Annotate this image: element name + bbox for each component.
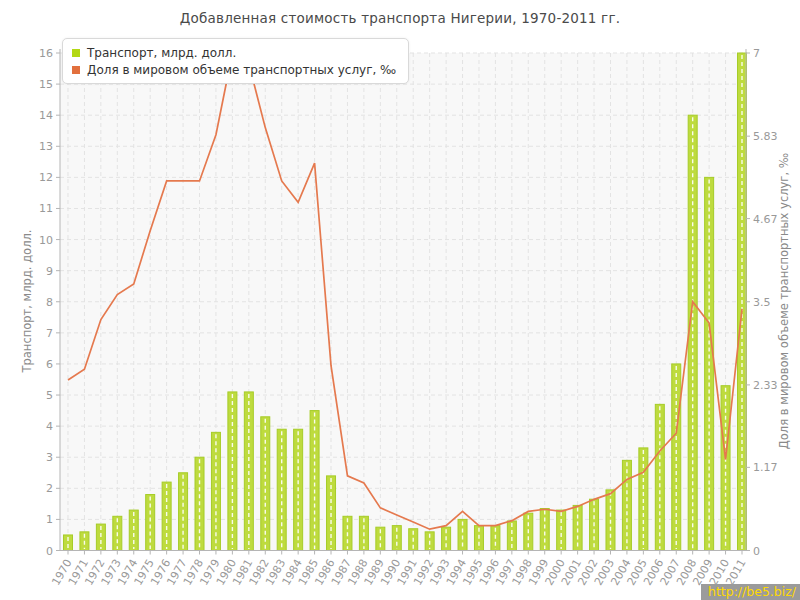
chart-legend: Транспорт, млрд. долл. Доля в мировом об… <box>62 38 409 84</box>
svg-text:7: 7 <box>753 47 760 60</box>
right-axis-ticks: 01.172.333.54.675.837 <box>746 47 778 558</box>
legend-item-share[interactable]: Доля в мировом объеме транспортных услуг… <box>72 61 396 78</box>
bar-2000 <box>557 510 566 550</box>
svg-text:1: 1 <box>46 513 53 526</box>
svg-text:4.67: 4.67 <box>753 213 778 226</box>
svg-text:1.17: 1.17 <box>753 461 778 474</box>
svg-text:2: 2 <box>46 482 53 495</box>
svg-text:11: 11 <box>39 202 53 215</box>
svg-text:7: 7 <box>46 327 53 340</box>
bar-1974 <box>129 510 138 550</box>
svg-text:10: 10 <box>39 234 53 247</box>
bar-1985 <box>310 411 319 551</box>
svg-text:3: 3 <box>46 451 53 464</box>
svg-text:6: 6 <box>46 358 53 371</box>
legend-item-transport[interactable]: Транспорт, млрд. долл. <box>72 44 396 61</box>
x-axis-labels: 1970197119721973197419751976197719781979… <box>49 551 748 588</box>
svg-text:4: 4 <box>46 420 53 433</box>
plot-area: 01234567891011121314151601.172.333.54.67… <box>39 47 778 588</box>
svg-text:16: 16 <box>39 47 53 60</box>
bar-1999 <box>540 509 549 551</box>
watermark-link[interactable]: http://be5.biz/ <box>701 584 800 600</box>
chart-canvas: 01234567891011121314151601.172.333.54.67… <box>0 0 800 600</box>
svg-text:5.83: 5.83 <box>753 130 778 143</box>
left-axis-title: Транспорт, млрд. долл. <box>20 229 34 373</box>
svg-text:15: 15 <box>39 78 53 91</box>
svg-text:8: 8 <box>46 296 53 309</box>
legend-swatch-line-icon <box>72 66 80 74</box>
legend-label-share: Доля в мировом объеме транспортных услуг… <box>87 63 396 77</box>
svg-text:9: 9 <box>46 265 53 278</box>
svg-text:3.5: 3.5 <box>753 296 771 309</box>
svg-text:0: 0 <box>46 545 53 558</box>
right-axis-title: Доля в мировом объеме транспортных услуг… <box>777 153 791 449</box>
svg-text:2.33: 2.33 <box>753 379 778 392</box>
left-axis-ticks: 012345678910111213141516 <box>39 47 60 558</box>
svg-text:14: 14 <box>39 109 53 122</box>
legend-swatch-bar-icon <box>72 49 80 57</box>
svg-text:5: 5 <box>46 389 53 402</box>
svg-text:13: 13 <box>39 140 53 153</box>
svg-text:0: 0 <box>753 545 760 558</box>
svg-text:12: 12 <box>39 171 53 184</box>
chart-page: Добавленная стоимость транспорта Нигерии… <box>0 0 800 600</box>
legend-label-transport: Транспорт, млрд. долл. <box>87 46 236 60</box>
